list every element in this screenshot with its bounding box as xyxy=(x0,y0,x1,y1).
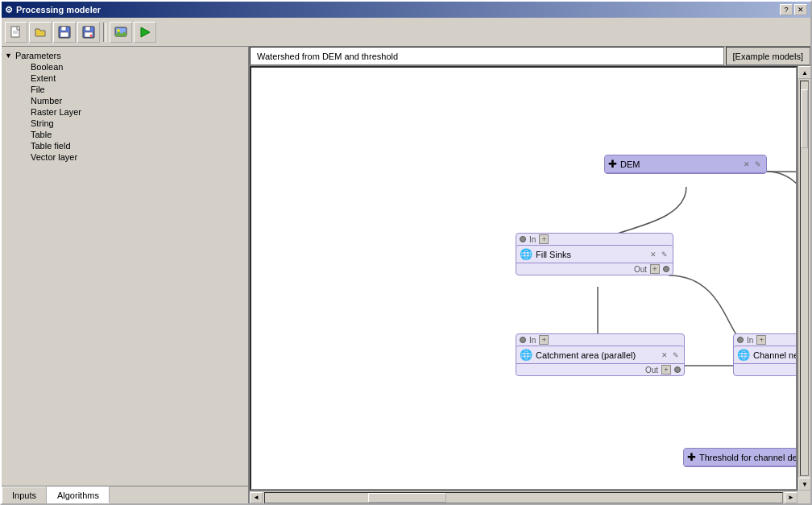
channel-network-icon: 🌐 xyxy=(737,349,750,361)
catchment-delete-icon[interactable]: ✕ xyxy=(660,351,669,359)
fill-sinks-delete-icon[interactable]: ✕ xyxy=(648,250,658,259)
parameter-tree: ▼ Parameters Boolean Extent File Number … xyxy=(2,47,248,486)
parameter-items: Boolean Extent File Number Raster Layer … xyxy=(18,61,245,163)
svg-rect-5 xyxy=(60,32,68,37)
canvas-tag: [Example models] xyxy=(726,47,810,65)
canvas-panel: Watershed from DEM and threshold [Exampl… xyxy=(250,47,810,503)
main-window: ⚙ Processing modeler ? ✕ + xyxy=(0,0,812,505)
catchment-in-plus[interactable]: + xyxy=(539,335,549,345)
app-icon: ⚙ xyxy=(5,5,13,15)
bottom-tabs: Inputs Algorithms xyxy=(2,486,248,503)
node-channel-network[interactable]: In + 🌐 Channel network ✕ ✎ Ou xyxy=(733,333,798,376)
parameters-label: Parameters xyxy=(15,51,61,60)
horizontal-scroll-container: ◄ ► xyxy=(250,491,798,503)
toolbar-sep xyxy=(103,23,106,42)
param-string[interactable]: String xyxy=(18,118,245,129)
scrollbar-horizontal[interactable] xyxy=(264,492,783,503)
fill-sinks-out-port[interactable] xyxy=(663,266,669,272)
canvas-bottom: ◄ ► xyxy=(250,491,810,503)
dem-edit-icon[interactable]: ✎ xyxy=(753,160,763,168)
tree-root-parameters: ▼ Parameters xyxy=(5,50,245,61)
param-table-field[interactable]: Table field xyxy=(18,140,245,151)
param-file[interactable]: File xyxy=(18,84,245,95)
fill-sinks-edit-icon[interactable]: ✎ xyxy=(660,250,669,259)
save-button[interactable] xyxy=(53,22,76,43)
dem-delete-icon[interactable]: ✕ xyxy=(742,160,752,168)
scroll-left-button[interactable]: ◄ xyxy=(250,492,263,503)
scrollbar-vertical[interactable] xyxy=(800,81,809,476)
channel-in-port[interactable] xyxy=(737,337,744,343)
param-table[interactable]: Table xyxy=(18,129,245,140)
dem-label: DEM xyxy=(620,159,739,169)
connections-svg xyxy=(251,68,796,489)
catchment-icon: 🌐 xyxy=(520,349,532,361)
app-title: Processing modeler xyxy=(16,5,101,14)
node-fill-sinks[interactable]: In + 🌐 Fill Sinks ✕ ✎ Out xyxy=(516,233,673,275)
open-button[interactable] xyxy=(29,22,52,43)
diagram-canvas[interactable]: ✚ DEM ✕ ✎ In + xyxy=(250,66,798,491)
left-panel: ▼ Parameters Boolean Extent File Number … xyxy=(2,47,250,503)
canvas-header: Watershed from DEM and threshold [Exampl… xyxy=(250,47,810,66)
catchment-label: Catchment area (parallel) xyxy=(536,350,657,360)
node-catchment-area[interactable]: In + 🌐 Catchment area (parallel) ✕ ✎ xyxy=(516,333,685,376)
catchment-in-port[interactable] xyxy=(520,337,526,343)
scrollbar-vertical-thumb[interactable] xyxy=(801,89,808,148)
canvas-and-scroll: ✚ DEM ✕ ✎ In + xyxy=(250,66,810,491)
threshold-icon: ✚ xyxy=(687,451,696,463)
channel-in-plus[interactable]: + xyxy=(756,335,766,345)
threshold-label: Threshold for channel def... xyxy=(699,453,798,462)
svg-rect-7 xyxy=(85,27,90,31)
catchment-out-port[interactable] xyxy=(674,366,681,373)
fill-sinks-in-port[interactable] xyxy=(520,236,526,242)
tab-algorithms[interactable]: Algorithms xyxy=(47,486,110,503)
fill-sinks-label: Fill Sinks xyxy=(536,250,645,259)
fill-sinks-icon: 🌐 xyxy=(520,248,532,260)
new-button[interactable] xyxy=(5,22,27,43)
content-area: ▼ Parameters Boolean Extent File Number … xyxy=(2,47,810,503)
param-raster-layer[interactable]: Raster Layer xyxy=(18,106,245,118)
fill-sinks-out-plus[interactable]: + xyxy=(650,264,660,274)
param-boolean[interactable]: Boolean xyxy=(18,61,245,72)
save-as-button[interactable]: + xyxy=(77,22,100,43)
catchment-edit-icon[interactable]: ✎ xyxy=(671,351,681,359)
scroll-down-button[interactable]: ▼ xyxy=(798,478,810,491)
tab-inputs[interactable]: Inputs xyxy=(2,486,47,503)
scroll-up-button[interactable]: ▲ xyxy=(798,66,810,79)
param-extent[interactable]: Extent xyxy=(18,72,245,84)
catchment-out-plus[interactable]: + xyxy=(661,365,671,375)
scroll-right-button[interactable]: ► xyxy=(785,492,798,503)
scroll-corner xyxy=(798,491,810,503)
right-scrollbar: ▲ ▼ xyxy=(798,66,810,491)
help-button[interactable]: ? xyxy=(780,4,793,15)
title-bar: ⚙ Processing modeler ? ✕ xyxy=(2,2,810,18)
node-threshold[interactable]: ✚ Threshold for channel def... ✕ ✎ xyxy=(683,448,798,467)
param-number[interactable]: Number xyxy=(18,95,245,106)
toolbar: + xyxy=(2,18,810,47)
svg-rect-4 xyxy=(61,27,66,31)
fill-sinks-in-plus[interactable]: + xyxy=(539,234,549,244)
svg-text:+: + xyxy=(89,33,93,39)
run-button[interactable] xyxy=(134,22,156,43)
channel-network-label: Channel network xyxy=(753,350,798,360)
node-dem[interactable]: ✚ DEM ✕ ✎ xyxy=(604,155,767,174)
scrollbar-horizontal-thumb[interactable] xyxy=(368,493,445,503)
canvas-title: Watershed from DEM and threshold xyxy=(250,47,724,65)
svg-marker-12 xyxy=(141,27,150,37)
dem-icon: ✚ xyxy=(608,158,617,170)
close-button[interactable]: ✕ xyxy=(794,4,807,15)
export-button[interactable] xyxy=(110,22,132,43)
param-vector-layer[interactable]: Vector layer xyxy=(18,151,245,163)
